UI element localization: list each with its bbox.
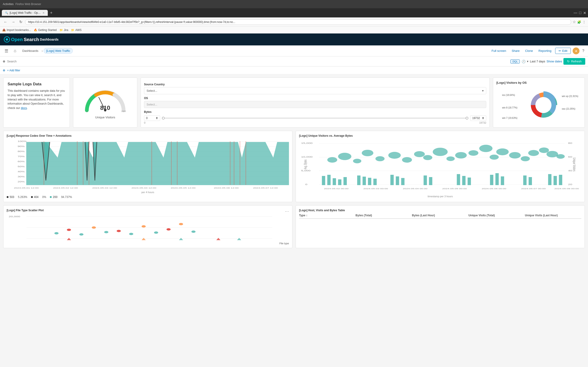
legend-200: 200 [50, 195, 57, 199]
browser-tab-active[interactable]: 🔍 [Logs] Web Traffic - Opens... ✕ [2, 10, 48, 16]
svg-point-101 [509, 152, 521, 158]
unique-visitors-bytes-card: [Logs] Unique Visitors vs. Average Bytes… [296, 131, 585, 202]
clone-btn[interactable]: Clone [523, 48, 535, 53]
svg-rect-66 [363, 177, 366, 185]
svg-text:2024-05-04 12:00: 2024-05-04 12:00 [132, 187, 156, 189]
chevron-down-icon[interactable]: ▾ [527, 60, 528, 63]
menu-btn[interactable]: ⋮ [582, 20, 586, 24]
bookmark-jira[interactable]: 📁 Jira [60, 28, 68, 32]
clock-icon: 🕐 [522, 60, 526, 63]
help-btn[interactable]: ? [581, 48, 585, 54]
range-slider[interactable] [162, 116, 468, 120]
extensions-btn[interactable]: 🧩 [577, 20, 581, 24]
svg-point-98 [479, 145, 493, 152]
minimize-btn[interactable]: — [573, 11, 577, 15]
new-tab-btn[interactable]: + [49, 10, 54, 15]
svg-text:Unique Visitors: Unique Visitors [572, 158, 577, 172]
source-country-select[interactable]: Select... ▾ [144, 87, 486, 94]
bookmark-aws[interactable]: 📁 AWS [71, 28, 82, 32]
refresh-btn[interactable]: ↻ Refresh [563, 58, 585, 65]
svg-point-126 [129, 233, 133, 235]
unique-visitors-title: [Logs] Unique Visitors vs. Average Bytes [299, 134, 581, 137]
svg-rect-67 [368, 178, 371, 185]
filter-bar: ⊕ DQL 🕐 ▾ Last 7 days Show dates ↻ Refre… [0, 56, 588, 67]
svg-rect-61 [327, 175, 330, 185]
activities-menu[interactable]: Activities [3, 2, 14, 6]
avatar-btn[interactable]: a [573, 48, 579, 54]
range-min-input[interactable]: 0 ⬆ [144, 115, 160, 121]
full-screen-btn[interactable]: Full screen [490, 48, 508, 53]
source-country-label: Source Country [144, 83, 486, 86]
reload-btn[interactable]: ↻ [18, 19, 24, 25]
reporting-btn[interactable]: Reporting [536, 48, 553, 53]
close-window-btn[interactable]: ✕ [583, 11, 586, 15]
svg-rect-83 [553, 176, 557, 185]
svg-rect-63 [338, 179, 341, 185]
range-max-input[interactable]: 19732 ⬆ [470, 115, 486, 121]
url-bar[interactable] [25, 19, 571, 25]
timestamp-label: timestamp per 3 hours [299, 195, 581, 198]
tab-close-btn[interactable]: ✕ [43, 11, 44, 15]
svg-text:2024-05-07 00:00: 2024-05-07 00:00 [521, 188, 546, 190]
dql-badge[interactable]: DQL [510, 59, 520, 64]
svg-text:2024-05-03 00:00: 2024-05-03 00:00 [363, 188, 388, 190]
hamburger-menu[interactable]: ☰ [3, 48, 10, 54]
col-visits-last-hour[interactable]: Unique Visits (Last Hour) [525, 214, 581, 217]
svg-text:90%: 90% [18, 145, 25, 148]
svg-point-88 [362, 150, 373, 156]
breadcrumb-dashboards[interactable]: Dashboards [20, 48, 41, 53]
svg-point-96 [455, 152, 467, 158]
maximize-btn[interactable]: □ [579, 11, 581, 15]
svg-text:80%: 80% [18, 150, 25, 152]
bookmark-import[interactable]: 📥 Import bookmarks... [2, 28, 31, 32]
svg-text:2024-05-04 00:00: 2024-05-04 00:00 [403, 188, 427, 190]
file-type-scatter-card: [Logs] File Type Scatter Plot ⋯ 20,000 [3, 205, 292, 248]
col-bytes-total[interactable]: Bytes (Total) [355, 214, 412, 217]
row-2: [Logs] Response Codes Over Time + Annota… [3, 131, 585, 202]
bookmark-btn[interactable]: ☆ [573, 20, 576, 24]
visitors-os-card: [Logs] Visitors by OS [493, 77, 585, 127]
svg-text:2024-05-08 00:00: 2024-05-08 00:00 [554, 188, 579, 190]
col-bytes-last-hour[interactable]: Bytes (Last Hour) [412, 214, 468, 217]
nav-actions: Full screen Share Clone Reporting ✏ Edit… [490, 48, 585, 54]
svg-text:70%: 70% [18, 155, 25, 158]
forward-btn[interactable]: → [10, 19, 17, 25]
bookmark-getting-started[interactable]: 🔥 Getting Started [34, 28, 57, 32]
svg-text:15,000: 15,000 [301, 142, 313, 144]
tab-favicon: 🔍 [5, 11, 8, 15]
scatter-options-icon[interactable]: ⋯ [285, 209, 289, 214]
svg-point-94 [433, 148, 448, 156]
svg-text:2024-05-02 12:00: 2024-05-02 12:00 [53, 187, 78, 189]
add-filter-btn[interactable]: + Add filter [7, 69, 20, 72]
svg-rect-69 [390, 175, 394, 185]
browser-titlebar: Activities Firefox Web Browser [0, 0, 588, 8]
search-input[interactable] [7, 60, 53, 63]
back-btn[interactable]: ← [2, 19, 9, 25]
share-btn[interactable]: Share [510, 48, 522, 53]
svg-rect-75 [462, 176, 465, 185]
docs-link[interactable]: docs [21, 106, 27, 110]
svg-point-104 [539, 148, 549, 153]
col-visits-total[interactable]: Unique Visits (Total) [468, 214, 525, 217]
svg-rect-76 [468, 177, 471, 185]
svg-text:20,000: 20,000 [9, 215, 20, 218]
svg-point-95 [447, 156, 455, 161]
svg-rect-81 [528, 177, 532, 185]
edit-btn[interactable]: ✏ Edit [555, 48, 571, 54]
row-3: [Logs] File Type Scatter Plot ⋯ 20,000 [3, 205, 585, 248]
svg-text:1500: 1500 [121, 110, 126, 112]
os-select[interactable]: Select... [144, 101, 486, 108]
svg-rect-68 [373, 179, 377, 185]
response-codes-title: [Logs] Response Codes Over Time + Annota… [7, 134, 289, 137]
col-type[interactable]: Type ↕ [299, 214, 355, 217]
svg-point-124 [104, 231, 108, 233]
show-dates-btn[interactable]: Show dates [547, 60, 562, 63]
home-btn[interactable]: ⌂ [12, 48, 18, 54]
svg-rect-60 [322, 176, 325, 185]
dashboard: Sample Logs Data This dashboard contains… [0, 74, 588, 251]
svg-text:2024-05-03 12:00: 2024-05-03 12:00 [92, 187, 117, 189]
svg-text:40%: 40% [18, 170, 25, 173]
browser-nav-bar: ← → ↻ ☆ 🧩 ⋮ [0, 17, 588, 27]
svg-rect-84 [559, 175, 562, 185]
host-table-title: [Logs] Host, Visits and Bytes Table [299, 209, 581, 212]
